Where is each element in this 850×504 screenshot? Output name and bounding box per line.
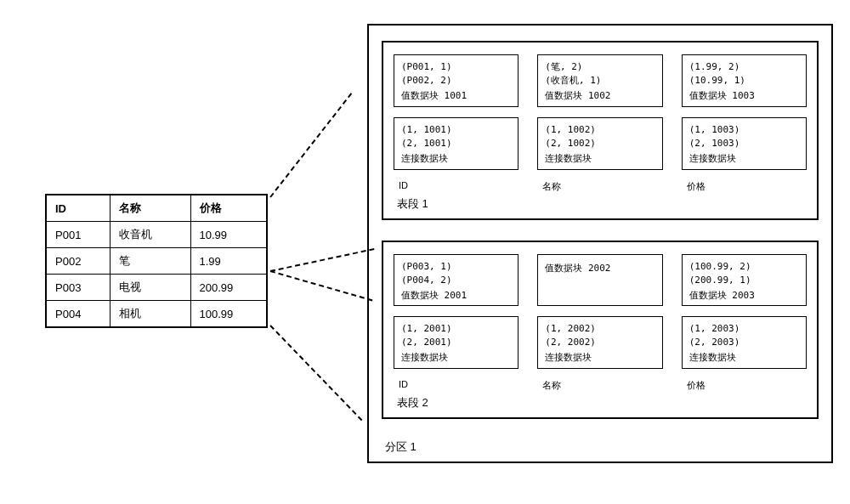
block-label: 连接数据块 — [401, 152, 511, 166]
value-block: (1.99, 2) (10.99, 1) 值数据块 1003 — [682, 54, 807, 107]
block-line: (1.99, 2) — [689, 60, 799, 74]
partition-label: 分区 1 — [385, 439, 819, 455]
block-line: (P001, 1) — [401, 60, 511, 74]
block-line: (1, 2001) — [401, 322, 511, 336]
block-line: (2, 2001) — [401, 336, 511, 349]
block-label: 值数据块 1003 — [689, 89, 799, 103]
dashed-connector — [270, 248, 375, 272]
cell-price: 1.99 — [190, 248, 267, 275]
column-labels: ID 名称 价格 — [394, 180, 807, 193]
link-block: (1, 2001) (2, 2001) 连接数据块 — [394, 316, 518, 369]
link-block: (1, 2003) (2, 2003) 连接数据块 — [682, 316, 807, 369]
block-label: 值数据块 1002 — [545, 89, 654, 103]
block-label: 连接数据块 — [545, 351, 654, 365]
block-line: (2, 1003) — [689, 137, 799, 150]
block-label: 值数据块 2002 — [545, 262, 654, 275]
link-block: (1, 1002) (2, 1002) 连接数据块 — [537, 117, 662, 170]
value-block: (P001, 1) (P002, 2) 值数据块 1001 — [394, 54, 518, 107]
cell-name: 笔 — [110, 248, 190, 275]
cell-price: 200.99 — [190, 275, 267, 301]
value-block: 值数据块 2002 — [537, 254, 662, 307]
segment-2: (P003, 1) (P004, 2) 值数据块 2001 值数据块 2002 … — [382, 241, 819, 420]
value-block-row: (P001, 1) (P002, 2) 值数据块 1001 (笔, 2) (收音… — [394, 54, 807, 107]
header-name: 名称 — [110, 195, 190, 222]
cell-id: P004 — [46, 301, 110, 328]
data-table: ID 名称 价格 P001 收音机 10.99 P002 笔 1.99 P003… — [45, 194, 268, 328]
link-block: (1, 1003) (2, 1003) 连接数据块 — [682, 117, 807, 170]
segment-label: 表段 1 — [397, 196, 807, 212]
value-block-row: (P003, 1) (P004, 2) 值数据块 2001 值数据块 2002 … — [394, 254, 807, 307]
col-label-price: 价格 — [682, 379, 807, 392]
segment-label: 表段 2 — [397, 395, 807, 411]
block-line: (1, 2003) — [689, 322, 799, 336]
column-labels: ID 名称 价格 — [394, 379, 807, 392]
block-label: 值数据块 2003 — [689, 289, 799, 303]
block-line: (P003, 1) — [401, 260, 511, 274]
header-id: ID — [46, 195, 110, 222]
block-line: (P002, 2) — [401, 74, 511, 88]
table-row: P003 电视 200.99 — [46, 275, 267, 301]
block-line: (2, 1002) — [545, 137, 654, 150]
link-block: (1, 1001) (2, 1001) 连接数据块 — [394, 117, 518, 170]
block-label: 连接数据块 — [689, 152, 799, 166]
table-row: P004 相机 100.99 — [46, 301, 267, 328]
table-row: P002 笔 1.99 — [46, 248, 267, 275]
cell-price: 100.99 — [190, 301, 267, 328]
cell-price: 10.99 — [190, 222, 267, 248]
block-line: (P004, 2) — [401, 274, 511, 287]
col-label-price: 价格 — [682, 180, 807, 193]
block-label: 值数据块 1001 — [401, 89, 511, 103]
link-block: (1, 2002) (2, 2002) 连接数据块 — [537, 316, 662, 369]
cell-name: 电视 — [110, 275, 190, 301]
block-line: (1, 2002) — [545, 322, 654, 336]
link-block-row: (1, 1001) (2, 1001) 连接数据块 (1, 1002) (2, … — [394, 117, 807, 170]
block-label: 连接数据块 — [401, 351, 511, 365]
cell-name: 收音机 — [110, 222, 190, 248]
block-line: (1, 1001) — [401, 123, 511, 137]
source-table: ID 名称 价格 P001 收音机 10.99 P002 笔 1.99 P003… — [45, 194, 268, 328]
segment-1: (P001, 1) (P002, 2) 值数据块 1001 (笔, 2) (收音… — [382, 41, 819, 220]
cell-id: P003 — [46, 275, 110, 301]
table-row: P001 收音机 10.99 — [46, 222, 267, 248]
dashed-connector — [269, 325, 362, 421]
link-block-row: (1, 2001) (2, 2001) 连接数据块 (1, 2002) (2, … — [394, 316, 807, 369]
col-label-name: 名称 — [537, 379, 662, 392]
block-label: 值数据块 2001 — [401, 289, 511, 303]
value-block: (P003, 1) (P004, 2) 值数据块 2001 — [394, 254, 518, 307]
block-line: (100.99, 2) — [689, 260, 799, 274]
col-label-name: 名称 — [537, 180, 662, 193]
col-label-id: ID — [394, 180, 518, 193]
block-line: (200.99, 1) — [689, 274, 799, 287]
cell-name: 相机 — [110, 301, 190, 328]
dashed-connector — [270, 270, 373, 301]
dashed-connector — [269, 93, 352, 197]
partition: (P001, 1) (P002, 2) 值数据块 1001 (笔, 2) (收音… — [367, 24, 833, 463]
header-price: 价格 — [190, 195, 267, 222]
block-label: 连接数据块 — [545, 152, 654, 166]
block-label: 连接数据块 — [689, 351, 799, 365]
block-line: (1, 1002) — [545, 123, 654, 137]
cell-id: P002 — [46, 248, 110, 275]
block-line: (笔, 2) — [545, 60, 654, 74]
block-line: (10.99, 1) — [689, 74, 799, 88]
block-line: (2, 1001) — [401, 137, 511, 150]
value-block: (笔, 2) (收音机, 1) 值数据块 1002 — [537, 54, 662, 107]
cell-id: P001 — [46, 222, 110, 248]
value-block: (100.99, 2) (200.99, 1) 值数据块 2003 — [682, 254, 807, 307]
block-line: (2, 2002) — [545, 336, 654, 349]
block-line: (收音机, 1) — [545, 74, 654, 88]
block-line: (1, 1003) — [689, 123, 799, 137]
block-line: (2, 2003) — [689, 336, 799, 349]
col-label-id: ID — [394, 379, 518, 392]
